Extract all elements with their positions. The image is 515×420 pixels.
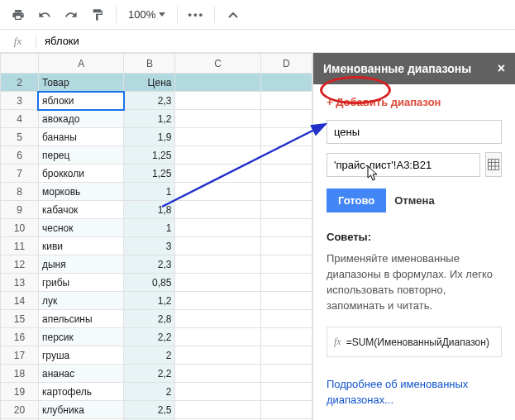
table-row[interactable]: 3яблоки2,3 — [1, 92, 312, 110]
table-row[interactable]: 4авокадо1,2 — [1, 110, 312, 128]
row-header[interactable]: 11 — [1, 237, 39, 255]
cell[interactable]: ананас — [38, 365, 123, 383]
cell[interactable]: картофель — [38, 383, 123, 401]
cell[interactable] — [175, 128, 260, 146]
cell[interactable] — [175, 255, 260, 274]
cell[interactable] — [175, 219, 260, 237]
cell[interactable]: 0,85 — [124, 274, 175, 292]
cell[interactable] — [175, 383, 260, 401]
cell[interactable]: апельсины — [38, 310, 123, 328]
more-link[interactable]: Подробнее об именованных диапазонах... — [327, 378, 468, 405]
col-header[interactable]: D — [260, 54, 312, 74]
row-header[interactable]: 9 — [1, 201, 39, 219]
cell[interactable] — [260, 201, 312, 219]
cell[interactable] — [260, 346, 312, 365]
cell[interactable]: лук — [38, 292, 123, 310]
range-ref-input[interactable] — [327, 153, 480, 177]
cell[interactable] — [260, 146, 312, 165]
cell[interactable] — [175, 328, 260, 346]
cell[interactable]: 2,2 — [124, 365, 175, 383]
cell[interactable] — [175, 346, 260, 365]
cell[interactable] — [175, 201, 260, 219]
cell[interactable] — [260, 128, 312, 146]
row-header[interactable]: 14 — [1, 292, 39, 310]
cell[interactable] — [175, 110, 260, 128]
cell[interactable] — [175, 74, 260, 92]
cell[interactable]: 2,5 — [124, 401, 175, 419]
done-button[interactable]: Готово — [327, 189, 386, 212]
table-row[interactable]: 17груша2 — [1, 346, 312, 365]
cell[interactable]: киви — [38, 237, 123, 255]
cell[interactable]: 2,8 — [124, 310, 175, 328]
cell[interactable]: персик — [38, 328, 123, 346]
table-row[interactable]: 18ананас2,2 — [1, 365, 312, 383]
row-header[interactable]: 16 — [1, 328, 39, 346]
add-range-link[interactable]: + Добавить диапазон — [327, 96, 502, 108]
cell[interactable]: дыня — [38, 255, 123, 274]
select-range-button[interactable] — [485, 152, 502, 177]
cell[interactable]: 2 — [124, 346, 175, 365]
row-header[interactable]: 3 — [1, 92, 39, 110]
cell[interactable] — [260, 310, 312, 328]
cell[interactable]: 1,9 — [124, 128, 175, 146]
zoom-dropdown[interactable]: 100% — [123, 8, 170, 21]
spreadsheet[interactable]: A B C D 2 Товар Цена 3яблоки2,34авокадо1… — [0, 53, 312, 420]
cell[interactable]: 1,25 — [124, 146, 175, 165]
cell[interactable]: 2,2 — [124, 328, 175, 346]
cell[interactable]: 2 — [124, 383, 175, 401]
table-row[interactable]: 11киви3 — [1, 237, 312, 255]
row-header[interactable]: 7 — [1, 165, 39, 183]
table-row[interactable]: 12дыня2,3 — [1, 255, 312, 274]
table-row[interactable]: 6перец1,25 — [1, 146, 312, 165]
cell[interactable]: морковь — [38, 183, 123, 201]
cell[interactable] — [175, 310, 260, 328]
row-header[interactable]: 18 — [1, 365, 39, 383]
cancel-button[interactable]: Отмена — [394, 194, 434, 207]
cell[interactable]: Товар — [38, 74, 123, 92]
paint-format-button[interactable] — [86, 3, 109, 26]
cell[interactable] — [260, 74, 312, 92]
cell[interactable] — [175, 365, 260, 383]
cell[interactable] — [260, 183, 312, 201]
cell[interactable]: груша — [38, 346, 123, 365]
cell[interactable]: яблоки — [38, 92, 123, 110]
table-row[interactable]: 2 Товар Цена — [1, 74, 312, 92]
table-row[interactable]: 20клубника2,5 — [1, 401, 312, 419]
table-row[interactable]: 5бананы1,9 — [1, 128, 312, 146]
cell[interactable] — [175, 165, 260, 183]
cell[interactable] — [260, 237, 312, 255]
table-row[interactable]: 19картофель2 — [1, 383, 312, 401]
cell[interactable]: авокадо — [38, 110, 123, 128]
col-header[interactable]: C — [175, 54, 260, 74]
row-header[interactable]: 10 — [1, 219, 39, 237]
cell[interactable]: 1 — [124, 183, 175, 201]
undo-button[interactable] — [33, 3, 56, 26]
cell[interactable] — [260, 383, 312, 401]
cell[interactable] — [175, 292, 260, 310]
cell[interactable]: 1,25 — [124, 165, 175, 183]
cell[interactable]: чеснок — [38, 219, 123, 237]
cell[interactable]: 1 — [124, 219, 175, 237]
table-row[interactable]: 8морковь1 — [1, 183, 312, 201]
row-header[interactable]: 4 — [1, 110, 39, 128]
row-header[interactable]: 6 — [1, 146, 39, 165]
cell[interactable]: кабачок — [38, 201, 123, 219]
cell[interactable]: перец — [38, 146, 123, 165]
cell[interactable]: 2,3 — [124, 92, 175, 110]
row-header[interactable]: 2 — [1, 74, 39, 92]
col-header[interactable]: B — [124, 54, 175, 74]
row-header[interactable]: 12 — [1, 255, 39, 274]
cell[interactable] — [260, 92, 312, 110]
table-row[interactable]: 13грибы0,85 — [1, 274, 312, 292]
table-row[interactable]: 9кабачок1,8 — [1, 201, 312, 219]
more-button[interactable]: ••• — [184, 3, 207, 26]
row-header[interactable]: 13 — [1, 274, 39, 292]
cell[interactable] — [260, 365, 312, 383]
row-header[interactable]: 5 — [1, 128, 39, 146]
print-button[interactable] — [7, 3, 30, 26]
cell[interactable] — [260, 328, 312, 346]
cell[interactable] — [175, 237, 260, 255]
cell[interactable]: 1,8 — [124, 201, 175, 219]
cell[interactable] — [260, 219, 312, 237]
cell[interactable] — [175, 183, 260, 201]
